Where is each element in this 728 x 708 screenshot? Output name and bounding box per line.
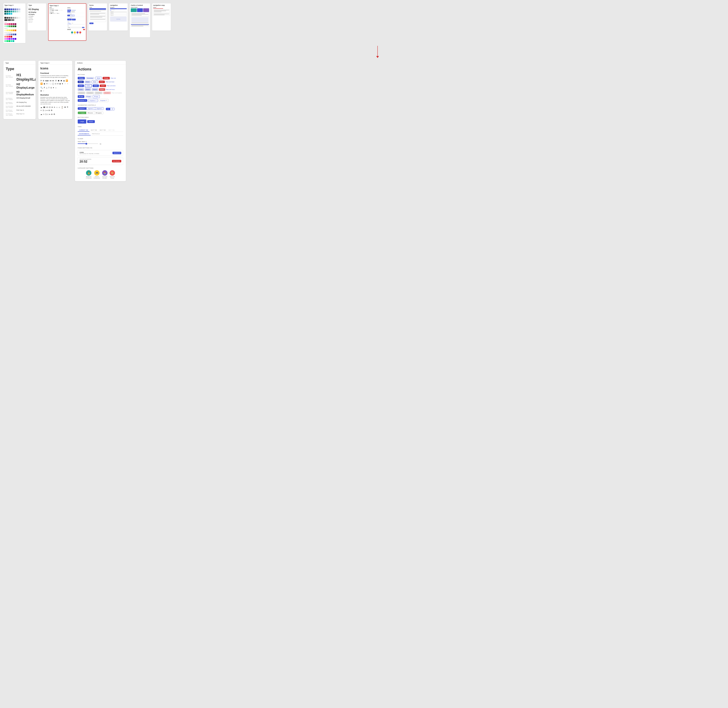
icon-plane[interactable]: ✈: [54, 106, 55, 109]
icon-heart[interactable]: ❤: [64, 106, 66, 109]
icon-arrow-right[interactable]: →: [64, 83, 66, 85]
seg-item-1[interactable]: Segment 1: [78, 107, 87, 110]
thumb-navigation-copy[interactable]: navigation copy Actions: [152, 3, 171, 30]
icon-person[interactable]: ◎: [51, 87, 52, 89]
btn-icon-primary[interactable]: ⊕ Icon: [78, 95, 84, 98]
icon-circle[interactable]: ◯: [52, 83, 54, 85]
icon-illus-5[interactable]: ♦: [49, 113, 50, 115]
btn-plain-link-active[interactable]: Plain Link Active: [107, 85, 116, 86]
btn-focus-danger[interactable]: Focus: [99, 88, 105, 91]
thumb-type-copy-2-highlighted[interactable]: Type Copy 2 Icons Functional ⟳⊕◀▶⏸⏹⏺→←↑↓…: [48, 3, 86, 41]
btn-active-danger[interactable]: Active: [100, 84, 106, 87]
btn-plain-link-focus[interactable]: Plain Link Focus: [106, 89, 115, 90]
icon-fast-forward[interactable]: ⏩: [66, 80, 68, 82]
cta-end-session-button[interactable]: End Session: [112, 160, 121, 162]
btn-focus-1[interactable]: Focus: [78, 88, 84, 91]
icon-illus-3[interactable]: §: [45, 113, 46, 115]
btn-hover-danger[interactable]: Hover: [99, 81, 105, 83]
icon-phone[interactable]: ☎: [43, 106, 45, 109]
seg-negative[interactable]: ◉ Negative: [94, 112, 103, 114]
cat-education[interactable]: 📚 ExpressiveEducation: [102, 170, 107, 179]
tab-next-2[interactable]: NEXT TAB: [98, 129, 107, 132]
btn-icon-secondary[interactable]: ⊕ Icon: [85, 95, 92, 98]
icon-watch[interactable]: ⌚: [61, 106, 64, 109]
icon-smile[interactable]: ☺: [58, 106, 60, 109]
btn-hover-primary[interactable]: Hover: [78, 81, 84, 83]
cat-games[interactable]: 🎮 Games &Entertainment: [94, 170, 100, 179]
cta-send-button[interactable]: Send to CX: [113, 152, 121, 154]
btn-focus-3[interactable]: Focus: [92, 88, 98, 91]
btn-active-outline[interactable]: Active: [85, 84, 92, 87]
icon-pause[interactable]: ⏸: [55, 80, 57, 82]
tab-next-1[interactable]: NEXT TAB: [90, 129, 98, 132]
icon-umbrella[interactable]: ☂: [67, 106, 68, 109]
btn-plain-link-hover[interactable]: Plain Link Hover: [106, 81, 114, 83]
icon-mail[interactable]: ✉: [51, 106, 53, 109]
icon-section[interactable]: §: [43, 109, 44, 112]
icon-grid[interactable]: ⊞: [41, 90, 42, 92]
icon-target[interactable]: ⊙: [55, 83, 56, 85]
seg-item-2[interactable]: Segment 2: [87, 107, 95, 110]
icon-back[interactable]: ◀: [45, 80, 46, 82]
btn-primary-1[interactable]: Primary: [78, 77, 85, 80]
icon-cloud[interactable]: ☁: [41, 106, 42, 109]
icon-arrow-back[interactable]: ←: [43, 90, 45, 92]
btn-dropdown-outline[interactable]: Dropdown ▾: [88, 99, 98, 102]
icon-chevron-down[interactable]: ▽: [48, 87, 49, 89]
icon-stop[interactable]: ⏹: [58, 80, 59, 82]
icon-forward[interactable]: ▶: [47, 80, 49, 82]
icon-chevron-up[interactable]: △: [46, 87, 47, 89]
btn-hover-ghost[interactable]: Hover: [91, 80, 98, 83]
icon-radio[interactable]: ◉: [43, 83, 45, 85]
btn-size-medium[interactable]: Medium: [87, 120, 95, 123]
icon-up[interactable]: ↑: [49, 83, 49, 85]
icon-illus-7[interactable]: ♻: [54, 113, 55, 115]
icon-x[interactable]: ✗: [43, 87, 45, 89]
segmented-control-1[interactable]: Segment 1 Segment 2 Segment 3: [78, 107, 104, 110]
icon-refresh[interactable]: ⟳: [41, 80, 42, 82]
seg-neutral[interactable]: ◉ Neutral: [86, 112, 94, 114]
icon-scissors[interactable]: ✂: [41, 109, 42, 112]
seg-onoff-control[interactable]: On Off: [106, 108, 115, 110]
thumb-forms[interactable]: forms Forms Submit: [88, 3, 107, 30]
tab-protocols[interactable]: PROTOCOLS: [91, 132, 101, 135]
icon-ascending[interactable]: ☋: [49, 106, 51, 109]
icon-star[interactable]: ★: [62, 83, 63, 85]
btn-secondary-1[interactable]: Secondary: [85, 77, 94, 80]
icon-plus[interactable]: ＋: [55, 87, 57, 89]
icon-music[interactable]: ♫: [56, 106, 58, 109]
slider-thumb[interactable]: [85, 143, 87, 145]
icon-skip-back[interactable]: ⏮: [49, 80, 51, 82]
icon-rewind[interactable]: ⏪: [41, 83, 43, 85]
icon-recycle[interactable]: ♻: [51, 109, 52, 112]
tab-current[interactable]: CURRENT TAB: [78, 129, 90, 132]
icon-arrow-left[interactable]: ←: [67, 83, 69, 85]
icon-record[interactable]: ⏺: [60, 80, 62, 82]
btn-icon-ghost[interactable]: ⊕ Icon: [93, 95, 100, 98]
slider-track[interactable]: [78, 144, 98, 144]
icon-illus-2[interactable]: ✂: [43, 113, 45, 115]
icon-add-circle[interactable]: ⊕: [48, 109, 50, 112]
btn-hover-secondary[interactable]: Hover: [85, 81, 91, 83]
icon-illus-1[interactable]: ☁: [41, 113, 42, 115]
btn-focus-2[interactable]: Focus: [85, 88, 91, 91]
tab-environments[interactable]: ENVIRONMENTS: [78, 132, 91, 135]
icon-close[interactable]: ✕: [46, 83, 48, 85]
icon-descending[interactable]: ☊: [46, 106, 48, 109]
btn-dropdown-primary[interactable]: Dropdown ▾: [78, 99, 87, 102]
icon-search[interactable]: 🔍: [41, 87, 43, 89]
icon-diamond2[interactable]: ♦: [46, 109, 48, 112]
icon-dot[interactable]: ●: [57, 83, 58, 85]
btn-primary-red-1[interactable]: Primary: [103, 77, 110, 80]
cat-therapy[interactable]: 🎨 ExpressiveTherapy: [110, 170, 115, 179]
btn-dropdown-ghost[interactable]: Dropdown ▾: [99, 99, 109, 102]
icon-down[interactable]: ↓: [51, 83, 51, 85]
icon-diamond[interactable]: ◆: [59, 83, 61, 85]
cat-mindfulness[interactable]: 🧘 Mindfulness& Relaxation: [86, 170, 91, 179]
icon-eject[interactable]: ⏏: [63, 80, 65, 82]
btn-plain-link-1[interactable]: Plain Link: [111, 78, 116, 79]
seg-item-3[interactable]: Segment 3: [95, 107, 104, 110]
btn-size-large[interactable]: Large: [78, 119, 86, 123]
segmented-posneg-control[interactable]: ✓ Positive ◉ Neutral ◉ Negative: [78, 112, 103, 114]
icon-skip-forward[interactable]: ⏭: [52, 80, 54, 82]
